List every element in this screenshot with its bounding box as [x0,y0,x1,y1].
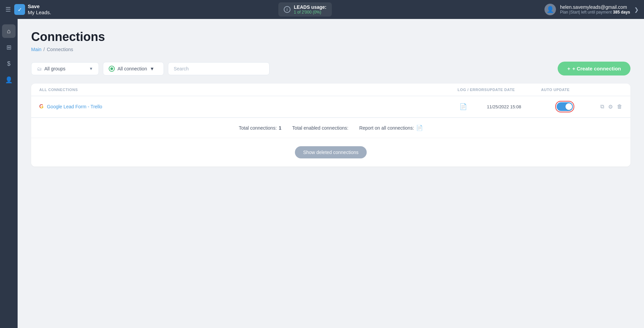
toolbar: 🗂 All groups ▼ All connection ▼ + + Crea… [31,62,630,75]
leads-usage-content: LEADS usage: 1 of 2'000 (0%) [294,4,326,15]
header-log: LOG / ERRORS [439,88,487,92]
top-navigation: ☰ ✓ SaveMy Leads. i LEADS usage: 1 of 2'… [0,0,644,19]
total-enabled-connections: Total enabled connections: [292,125,348,131]
sidebar-item-home[interactable]: ⌂ [2,24,16,38]
connection-name-link[interactable]: G Google Lead Form - Trello [39,104,439,110]
logo-checkmark: ✓ [14,4,25,15]
groups-dropdown-label: All groups [44,66,65,71]
breadcrumb-main-link[interactable]: Main [31,47,41,52]
green-dot [110,67,113,70]
folder-icon: 🗂 [37,66,42,71]
page-title: Connections [31,30,630,44]
google-g-icon: G [39,104,43,110]
report-connections: Report on all connections: 📄 [359,125,423,131]
header-auto-update: AUTO UPDATE [541,88,588,92]
report-icon[interactable]: 📄 [416,125,423,131]
report-label: Report on all connections: [359,125,414,131]
nav-center: i LEADS usage: 1 of 2'000 (0%) [73,2,537,17]
sidebar-item-account[interactable]: 👤 [2,73,16,87]
sidebar-item-billing[interactable]: $ [2,57,16,70]
connection-filter-label: All connection [117,66,147,71]
total-enabled-label: Total enabled connections: [292,125,348,131]
header-actions [588,88,622,92]
breadcrumb-separator: / [43,47,45,52]
update-date: 11/25/2022 15:08 [487,104,541,109]
connection-name: Google Lead Form - Trello [47,104,102,109]
show-deleted-button[interactable]: Show deleted connections [295,146,366,158]
breadcrumb-current: Connections [47,47,73,52]
sidebar: ⌂ ⊞ $ 👤 [0,19,18,328]
user-info: helen.savemyleads@gmail.com Plan |Start|… [560,4,630,15]
connection-filter-dropdown[interactable]: All connection ▼ [103,62,164,75]
row-actions: ⧉ ⚙ 🗑 [588,104,622,110]
groups-dropdown[interactable]: 🗂 All groups ▼ [31,62,99,75]
auto-update-toggle[interactable] [557,102,573,111]
log-icon[interactable]: 📄 [439,103,487,110]
breadcrumb: Main / Connections [31,47,630,52]
settings-icon[interactable]: ⚙ [608,104,613,110]
nav-user-area: 👤 helen.savemyleads@gmail.com Plan |Star… [537,4,639,15]
copy-icon[interactable]: ⧉ [600,104,604,110]
total-connections-label: Total connections: [239,125,277,131]
auto-update-toggle-border [555,101,574,112]
show-deleted-wrapper: Show deleted connections [31,138,630,167]
logo: ✓ SaveMy Leads. [14,3,51,16]
nav-dropdown-arrow-icon[interactable]: ❯ [634,6,639,13]
plus-icon: + [567,66,570,71]
dollar-icon: $ [7,60,10,67]
leads-usage-value: 1 of 2'000 (0%) [294,10,326,15]
create-connection-label: + Create connection [572,66,621,71]
create-connection-button[interactable]: + + Create connection [558,62,630,75]
toggle-container [541,101,588,112]
table-footer: Total connections: 1 Total enabled conne… [31,117,630,138]
nav-logo-area: ☰ ✓ SaveMy Leads. [5,3,73,16]
info-icon: i [284,6,291,13]
connections-table: ALL CONNECTIONS LOG / ERRORS UPDATE DATE… [31,84,630,167]
chevron-down-icon-2: ▼ [150,66,154,71]
leads-usage-widget[interactable]: i LEADS usage: 1 of 2'000 (0%) [278,2,332,17]
home-icon: ⌂ [7,28,11,35]
account-icon: 👤 [5,76,13,84]
user-plan: Plan |Start| left until payment 385 days [560,10,630,15]
connections-icon: ⊞ [6,44,12,51]
total-connections-value: 1 [279,125,281,131]
header-connections: ALL CONNECTIONS [39,88,439,92]
search-input[interactable] [168,62,270,75]
table-row: G Google Lead Form - Trello 📄 11/25/2022… [31,96,630,117]
sidebar-item-connections[interactable]: ⊞ [2,41,16,54]
avatar: 👤 [544,4,556,15]
header-update-date: UPDATE DATE [487,88,541,92]
hamburger-menu-icon[interactable]: ☰ [5,6,11,13]
main-content: Connections Main / Connections 🗂 All gro… [18,19,644,328]
logo-text: SaveMy Leads. [28,3,51,16]
delete-icon[interactable]: 🗑 [617,104,622,110]
chevron-down-icon: ▼ [89,66,93,71]
connection-status-icon [109,66,115,72]
leads-usage-label: LEADS usage: [294,4,326,10]
table-header: ALL CONNECTIONS LOG / ERRORS UPDATE DATE… [31,84,630,96]
toggle-knob [565,103,572,110]
total-connections: Total connections: 1 [239,125,281,131]
user-email: helen.savemyleads@gmail.com [560,4,630,10]
